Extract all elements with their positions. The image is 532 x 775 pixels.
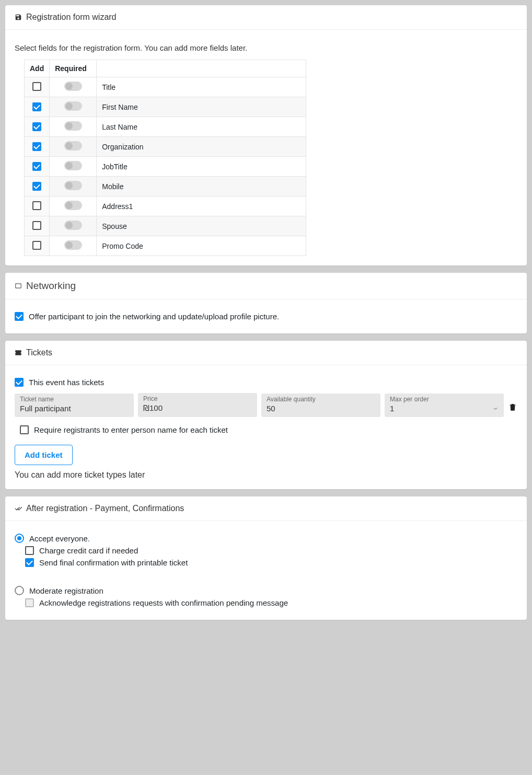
charge-card-checkbox[interactable] — [25, 546, 34, 555]
field-required-toggle[interactable] — [64, 240, 82, 250]
offer-networking-label: Offer participant to join the networking… — [29, 312, 279, 321]
field-add-checkbox[interactable] — [32, 162, 41, 171]
charge-card-label: Charge credit card if needed — [39, 546, 138, 555]
networking-header: Networking — [5, 273, 527, 299]
field-add-checkbox[interactable] — [32, 82, 41, 91]
field-row: Mobile — [25, 177, 306, 196]
after-title: After registration - Payment, Confirmati… — [26, 504, 184, 513]
ticket-qty-value: 50 — [267, 404, 375, 413]
ticket-max-select[interactable]: Max per order 1 — [385, 394, 504, 417]
tickets-title: Tickets — [26, 348, 52, 357]
ticket-qty-field[interactable]: Available quantity 50 — [261, 394, 380, 417]
tickets-header: Tickets — [5, 341, 527, 365]
field-add-checkbox[interactable] — [32, 122, 41, 131]
field-required-toggle[interactable] — [64, 161, 82, 170]
field-row: Title — [25, 77, 306, 97]
acknowledge-label: Acknowledge registrations requests with … — [39, 598, 288, 607]
moderate-registration-label: Moderate registration — [29, 586, 103, 595]
ticket-row: Ticket name Full participant Price ₪100 … — [15, 393, 517, 417]
card-tickets: Tickets This event has tickets Ticket na… — [5, 341, 527, 489]
field-add-checkbox[interactable] — [32, 201, 41, 210]
field-add-checkbox[interactable] — [32, 182, 41, 191]
ticket-name-value: Full participant — [20, 404, 129, 413]
acknowledge-checkbox[interactable] — [25, 598, 34, 607]
field-name: First Name — [97, 97, 306, 117]
card-after-registration: After registration - Payment, Confirmati… — [5, 496, 527, 620]
add-ticket-button[interactable]: Add ticket — [15, 445, 73, 465]
after-body: Accept everyone. Charge credit card if n… — [5, 521, 527, 620]
field-row: Promo Code — [25, 236, 306, 256]
save-icon — [15, 14, 22, 21]
field-name: Address1 — [97, 196, 306, 216]
networking-body: Offer participant to join the networking… — [5, 299, 527, 333]
col-header-required: Required — [50, 60, 97, 77]
fields-table: Add Required TitleFirst NameLast NameOrg… — [24, 60, 306, 256]
send-confirmation-checkbox[interactable] — [25, 558, 34, 567]
field-add-checkbox[interactable] — [32, 221, 41, 230]
ticket-icon — [15, 349, 22, 356]
offer-networking-checkbox[interactable] — [15, 312, 24, 321]
double-check-icon — [15, 505, 22, 512]
field-required-toggle[interactable] — [64, 201, 82, 210]
window-icon — [15, 282, 22, 290]
field-required-toggle[interactable] — [64, 121, 82, 131]
field-row: Spouse — [25, 216, 306, 236]
field-row: Last Name — [25, 117, 306, 137]
card-networking: Networking Offer participant to join the… — [5, 273, 527, 333]
wizard-instructions: Select fields for the registration form.… — [15, 43, 517, 52]
ticket-name-field[interactable]: Ticket name Full participant — [15, 394, 134, 417]
require-names-checkbox[interactable] — [20, 425, 29, 434]
field-add-checkbox[interactable] — [32, 241, 41, 250]
ticket-name-label: Ticket name — [20, 396, 129, 403]
col-header-name — [97, 60, 306, 77]
wizard-header: Registration form wizard — [5, 5, 527, 30]
accept-everyone-radio[interactable] — [15, 534, 24, 543]
card-registration-wizard: Registration form wizard Select fields f… — [5, 5, 527, 265]
networking-title: Networking — [26, 280, 76, 292]
svg-rect-0 — [16, 284, 21, 288]
field-name: Organization — [97, 137, 306, 157]
field-add-checkbox[interactable] — [32, 102, 41, 111]
accept-everyone-label: Accept everyone. — [29, 534, 90, 543]
field-required-toggle[interactable] — [64, 82, 82, 91]
ticket-price-value: ₪100 — [143, 403, 252, 413]
field-name: Title — [97, 77, 306, 97]
field-required-toggle[interactable] — [64, 181, 82, 190]
field-name: Mobile — [97, 177, 306, 196]
field-name: Promo Code — [97, 236, 306, 256]
field-name: Spouse — [97, 216, 306, 236]
field-row: Organization — [25, 137, 306, 157]
chevron-down-icon — [492, 406, 499, 412]
ticket-price-label: Price — [143, 395, 252, 402]
field-name: JobTitle — [97, 157, 306, 177]
ticket-qty-label: Available quantity — [267, 396, 375, 403]
delete-ticket-icon[interactable] — [508, 402, 517, 412]
tickets-body: This event has tickets Ticket name Full … — [5, 365, 527, 489]
has-tickets-label: This event has tickets — [29, 378, 104, 387]
ticket-price-field[interactable]: Price ₪100 — [138, 393, 257, 417]
wizard-title: Registration form wizard — [26, 13, 117, 22]
after-header: After registration - Payment, Confirmati… — [5, 496, 527, 521]
field-row: Address1 — [25, 196, 306, 216]
field-add-checkbox[interactable] — [32, 142, 41, 151]
ticket-max-value: 1 — [390, 404, 499, 413]
field-name: Last Name — [97, 117, 306, 137]
field-required-toggle[interactable] — [64, 221, 82, 230]
tickets-hint: You can add more ticket types later — [15, 470, 517, 480]
moderate-registration-radio[interactable] — [15, 586, 24, 595]
has-tickets-checkbox[interactable] — [15, 378, 24, 387]
field-required-toggle[interactable] — [64, 141, 82, 151]
field-row: First Name — [25, 97, 306, 117]
wizard-body: Select fields for the registration form.… — [5, 30, 527, 265]
field-row: JobTitle — [25, 157, 306, 177]
ticket-max-label: Max per order — [390, 396, 499, 403]
col-header-add: Add — [25, 60, 50, 77]
field-required-toggle[interactable] — [64, 101, 82, 111]
send-confirmation-label: Send final confirmation with printable t… — [39, 558, 188, 567]
require-names-label: Require registrants to enter person name… — [34, 425, 228, 434]
